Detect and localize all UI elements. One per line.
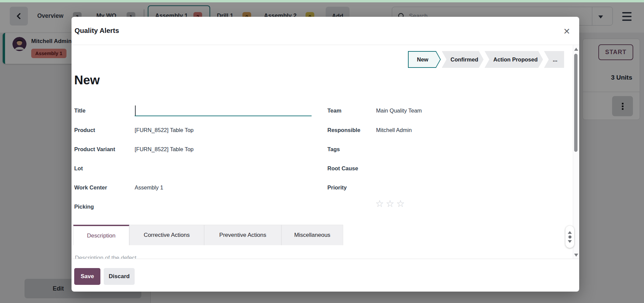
label-tags: Tags: [327, 146, 340, 153]
record-title: New: [74, 73, 100, 87]
dialog-title: Quality Alerts: [75, 27, 119, 35]
shop-floor-app: Overview 3 My WO 1 Assembly 1 2 Drill 1 …: [0, 0, 644, 303]
tab-corrective-actions[interactable]: Corrective Actions: [129, 225, 204, 245]
value-work-center[interactable]: Assembly 1: [135, 184, 163, 191]
label-team: Team: [327, 107, 341, 114]
value-responsible[interactable]: Mitchell Admin: [376, 127, 412, 133]
label-product-variant: Product Variant: [74, 146, 115, 153]
mini-scroll-up-icon[interactable]: [568, 231, 572, 234]
star-icon[interactable]: ☆: [375, 199, 386, 209]
scroll-up-icon[interactable]: [574, 48, 578, 51]
description-placeholder-clipped: Description of the defect: [75, 252, 377, 259]
label-work-center: Work Center: [74, 184, 107, 191]
dialog-header: Quality Alerts ✕: [72, 17, 579, 45]
modal-scrollbar[interactable]: [573, 45, 579, 259]
star-icon[interactable]: ☆: [386, 199, 396, 209]
label-lot: Lot: [74, 165, 83, 172]
mini-scroll-down-icon[interactable]: [568, 240, 572, 243]
value-product[interactable]: [FURN_8522] Table Top: [135, 127, 194, 133]
mini-scroll-dot-icon: [568, 235, 571, 239]
discard-button[interactable]: Discard: [104, 268, 135, 285]
value-team[interactable]: Main Quality Team: [376, 107, 422, 114]
dialog-footer: Save Discard: [72, 259, 579, 292]
tab-preventive-actions[interactable]: Preventive Actions: [204, 225, 281, 245]
status-step-confirmed[interactable]: Confirmed: [442, 51, 484, 68]
save-button[interactable]: Save: [74, 268, 100, 285]
close-icon[interactable]: ✕: [560, 25, 573, 38]
tab-miscellaneous[interactable]: Miscellaneous: [281, 225, 343, 245]
scrollbar-thumb[interactable]: [574, 54, 578, 152]
tab-description[interactable]: Description: [73, 225, 129, 245]
label-root-cause: Root Cause: [327, 165, 358, 172]
star-icon[interactable]: ☆: [396, 199, 407, 209]
label-product: Product: [74, 127, 95, 133]
title-input[interactable]: [135, 105, 312, 116]
scroll-down-icon[interactable]: [574, 254, 578, 257]
text-caret: [135, 105, 136, 116]
label-picking: Picking: [74, 204, 94, 210]
quality-alerts-dialog: Quality Alerts ✕ New Confirmed Action Pr…: [72, 17, 579, 292]
mini-scroller[interactable]: [565, 226, 574, 248]
statusbar: New Confirmed Action Proposed ...: [408, 51, 564, 68]
label-responsible: Responsible: [327, 127, 360, 133]
label-title: Title: [74, 107, 86, 114]
label-priority: Priority: [327, 184, 347, 191]
value-product-variant[interactable]: [FURN_8522] Table Top: [135, 146, 194, 153]
status-step-action-proposed[interactable]: Action Proposed: [485, 51, 543, 68]
status-step-more[interactable]: ...: [544, 51, 564, 68]
top-green-strip: [0, 0, 644, 2]
status-step-new[interactable]: New: [408, 51, 441, 68]
priority-stars[interactable]: ☆☆☆: [375, 198, 407, 209]
